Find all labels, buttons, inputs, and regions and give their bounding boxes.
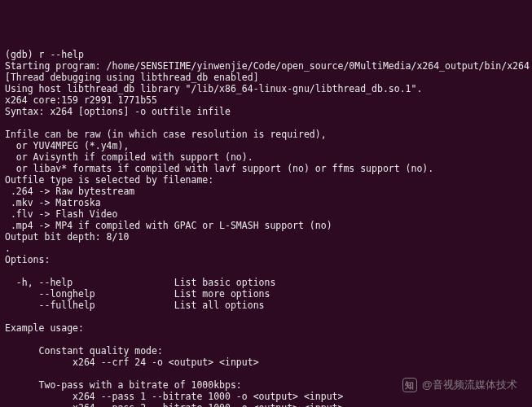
- terminal-line: Options:: [5, 254, 527, 265]
- terminal-line: -h, --help List basic options: [5, 277, 527, 288]
- terminal-line: x264 --pass 2 --bitrate 1000 -o <output>…: [5, 402, 527, 407]
- terminal-line: .flv -> Flash Video: [5, 208, 527, 220]
- terminal-line: [5, 311, 527, 322]
- terminal-line: Two-pass with a bitrate of 1000kbps:: [5, 379, 527, 391]
- terminal-line: .264 -> Raw bytestream: [5, 186, 527, 197]
- terminal-line: x264 --crf 24 -o <output> <input>: [5, 357, 527, 368]
- terminal-line: or libav* formats if compiled with lavf …: [5, 163, 527, 174]
- terminal-line: x264 --pass 1 --bitrate 1000 -o <output>…: [5, 391, 527, 402]
- terminal-line: x264 core:159 r2991 1771b55: [5, 94, 527, 106]
- terminal-line: .mp4 -> MP4 if compiled with GPAC or L-S…: [5, 220, 527, 231]
- terminal-line: [5, 368, 527, 379]
- terminal-line: Starting program: /home/SENSETIME/yinwen…: [5, 60, 527, 72]
- terminal-line: [Thread debugging using libthread_db ena…: [5, 72, 527, 83]
- terminal-line: Example usage:: [5, 322, 527, 334]
- terminal-line: Outfile type is selected by filename:: [5, 174, 527, 186]
- terminal-line: .: [5, 243, 527, 254]
- terminal-line: .mkv -> Matroska: [5, 197, 527, 208]
- terminal-line: --longhelp List more options: [5, 288, 527, 300]
- terminal-output[interactable]: (gdb) r --helpStarting program: /home/SE…: [5, 49, 527, 407]
- terminal-line: Infile can be raw (in which case resolut…: [5, 129, 527, 140]
- terminal-line: [5, 334, 527, 345]
- terminal-line: (gdb) r --help: [5, 49, 527, 60]
- terminal-line: Using host libthread_db library "/lib/x8…: [5, 83, 527, 94]
- terminal-line: or Avisynth if compiled with support (no…: [5, 151, 527, 163]
- terminal-line: --fullhelp List all options: [5, 300, 527, 311]
- terminal-line: or YUV4MPEG (*.y4m),: [5, 140, 527, 151]
- terminal-line: [5, 117, 527, 129]
- terminal-line: [5, 265, 527, 277]
- terminal-line: Syntax: x264 [options] -o outfile infile: [5, 106, 527, 117]
- terminal-line: Constant quality mode:: [5, 345, 527, 357]
- terminal-line: Output bit depth: 8/10: [5, 231, 527, 243]
